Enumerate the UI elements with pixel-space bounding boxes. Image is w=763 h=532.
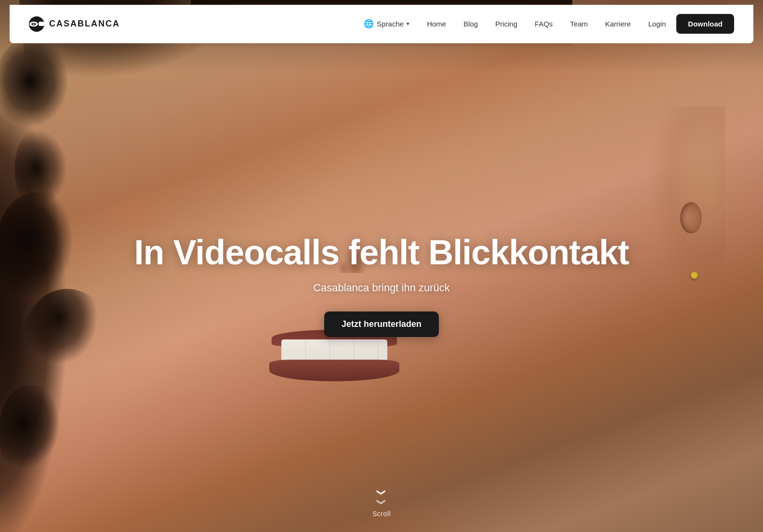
nav-pricing[interactable]: Pricing [488, 16, 524, 32]
nav-download-button[interactable]: Download [676, 14, 734, 34]
nav-language[interactable]: 🌐 Sprache ▾ [357, 15, 416, 33]
hero-section: In Videocalls fehlt Blickkontakt Casabla… [0, 0, 763, 532]
language-label: Sprache [377, 20, 404, 28]
globe-icon: 🌐 [364, 19, 374, 29]
hero-subtitle: Casablanca bringt ihn zurück [313, 282, 450, 294]
logo-text: CASABLANCA [49, 19, 120, 29]
hero-cta-button[interactable]: Jetzt herunterladen [324, 311, 439, 337]
chevron-down-icon: ▾ [407, 21, 409, 27]
nav-blog[interactable]: Blog [457, 16, 485, 32]
chevron-down-1-icon: ❯ [377, 489, 386, 496]
hero-content: In Videocalls fehlt Blickkontakt Casabla… [0, 0, 763, 532]
nav-team[interactable]: Team [564, 16, 595, 32]
nav-home[interactable]: Home [420, 16, 453, 32]
scroll-indicator[interactable]: ❯ ❯ Scroll [372, 488, 391, 518]
scroll-chevrons: ❯ ❯ [378, 488, 385, 506]
navbar-nav: 🌐 Sprache ▾ Home Blog Pricing FAQs Team … [357, 14, 734, 34]
scroll-label: Scroll [372, 510, 391, 518]
svg-point-2 [33, 23, 35, 25]
navbar: CASABLANCA 🌐 Sprache ▾ Home Blog Pricing… [10, 5, 753, 43]
nav-login[interactable]: Login [642, 16, 673, 32]
hero-title: In Videocalls fehlt Blickkontakt [134, 234, 629, 272]
logo-icon [29, 16, 44, 32]
logo[interactable]: CASABLANCA [29, 16, 120, 32]
nav-faqs[interactable]: FAQs [528, 16, 560, 32]
chevron-down-2-icon: ❯ [377, 498, 386, 506]
nav-karriere[interactable]: Karriere [598, 16, 637, 32]
